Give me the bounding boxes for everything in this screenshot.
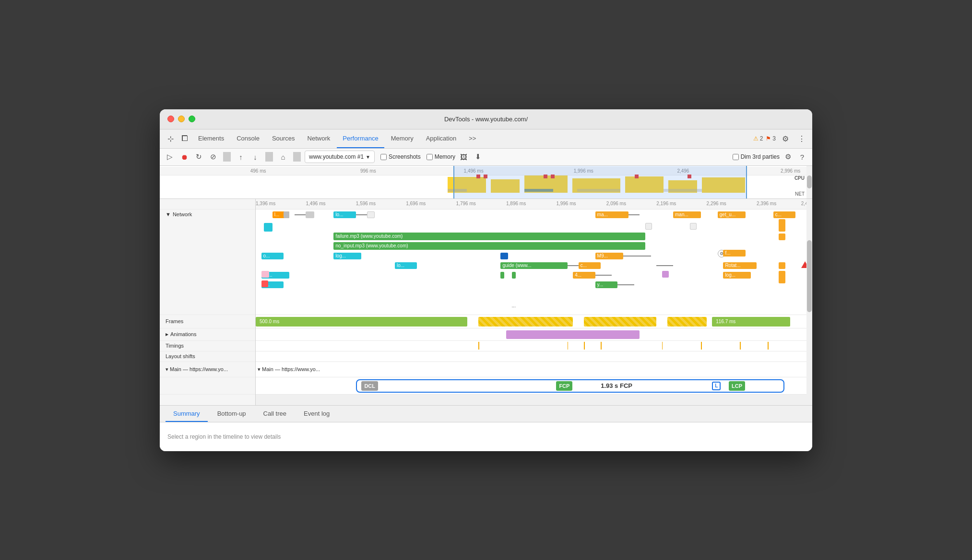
scrollbar-thumb-overview[interactable] <box>807 175 812 188</box>
network-triangle: ▼ <box>166 211 171 217</box>
tab-network[interactable]: Network <box>302 129 336 148</box>
scrollbar-overview[interactable] <box>806 166 812 198</box>
perf-settings-button[interactable]: ⚙ <box>782 151 794 163</box>
frames-bar-2[interactable] <box>478 317 573 327</box>
net-bar-c1[interactable]: c... <box>579 262 601 269</box>
net-bar-noinput[interactable]: no_input.mp3 (www.youtube.com) <box>333 242 645 250</box>
tab-console[interactable]: Console <box>231 129 265 148</box>
err-number: 3 <box>772 135 776 142</box>
net-bar-pink1[interactable] <box>261 271 269 278</box>
net-bar-log1[interactable]: log... <box>333 253 361 259</box>
main-thread-row[interactable]: ▾ Main — https://www.yo... <box>256 362 812 377</box>
net-bar-man[interactable]: man... <box>673 211 701 218</box>
net-bar-red1[interactable] <box>261 280 268 287</box>
net-bar-blue1[interactable] <box>500 253 508 259</box>
error-count[interactable]: ⚑ 3 <box>766 135 776 142</box>
lcp-label: LCP <box>732 383 742 389</box>
clear-button[interactable]: ⊘ <box>207 151 219 163</box>
maximize-button[interactable] <box>189 116 195 122</box>
tab-summary[interactable]: Summary <box>166 407 208 422</box>
fcp-badge[interactable]: FCP <box>556 381 572 391</box>
net-bar-yellow2[interactable] <box>779 219 785 232</box>
timing-mark-2 <box>568 342 569 350</box>
net-bar-o[interactable]: o... <box>261 253 284 259</box>
screenshot-icon-btn[interactable]: 🖼 <box>457 151 470 163</box>
tab-memory[interactable]: Memory <box>385 129 419 148</box>
warning-count[interactable]: ⚠ 2 <box>753 135 763 142</box>
tab-performance[interactable]: Performance <box>337 129 384 148</box>
net-bar-gray4[interactable] <box>645 223 652 230</box>
memory-detail-btn[interactable]: ⬇ <box>472 151 484 163</box>
more-options-icon[interactable]: ⋮ <box>795 132 808 145</box>
net-bar-getu[interactable]: get_u... <box>718 211 746 218</box>
tab-application[interactable]: Application <box>420 129 462 148</box>
dcl-badge[interactable]: DCL <box>361 381 378 391</box>
main-thread-label: ▾ Main — https://www.yo... <box>258 366 320 373</box>
net-bar-purple1[interactable] <box>662 271 669 278</box>
net-bar-c3[interactable]: c... <box>773 211 795 218</box>
net-bar-cyan-box[interactable] <box>264 223 273 232</box>
minimize-button[interactable] <box>178 116 185 122</box>
main-label-row[interactable]: ▾ Main — https://www.yo... <box>160 362 255 377</box>
close-button[interactable] <box>167 116 174 122</box>
lcp-l-badge[interactable]: L <box>712 382 721 390</box>
network-label-row[interactable]: ▼ Network <box>160 210 255 315</box>
net-bar-m9[interactable]: M9... <box>595 253 623 259</box>
scrollbar-thumb-main[interactable] <box>807 240 812 313</box>
frames-bar-5[interactable]: 116.7 ms <box>712 317 790 327</box>
net-bar-4b[interactable] <box>512 272 516 279</box>
record-button[interactable]: ⏺ <box>178 151 190 163</box>
inspect-icon[interactable]: ⊹ <box>164 132 177 145</box>
net-bar-ma[interactable]: ma... <box>595 211 629 218</box>
animations-label-row[interactable]: ▶ Animations <box>160 328 255 341</box>
net-bar-lo1[interactable]: lo... <box>333 211 356 218</box>
tab-more[interactable]: >> <box>463 129 482 148</box>
home-button[interactable]: ⌂ <box>277 151 289 163</box>
toggle-sidebar-button[interactable]: ▷ <box>164 151 176 163</box>
dim3rd-checkbox[interactable] <box>733 154 739 160</box>
net-bar-4txt[interactable]: 4... <box>573 272 595 279</box>
frames-bar-1[interactable]: 500.0 ms <box>256 317 467 327</box>
device-icon[interactable]: ⧠ <box>178 132 191 145</box>
reload-button[interactable]: ↻ <box>192 151 205 163</box>
net-bar-gray1[interactable] <box>284 211 289 218</box>
animations-bar[interactable] <box>506 330 640 339</box>
net-bar-yellow5[interactable] <box>779 271 785 283</box>
net-bar-y[interactable]: y... <box>595 281 617 288</box>
timings-row <box>256 341 812 351</box>
overview-tick-1: 496 ms <box>250 168 266 174</box>
memory-label: Memory <box>435 153 455 160</box>
net-bar-gray5[interactable] <box>690 223 697 230</box>
memory-checkbox[interactable] <box>427 154 433 160</box>
net-bar-log2[interactable]: log... <box>723 272 751 279</box>
frames-bar-4[interactable] <box>667 317 706 327</box>
tab-calltree[interactable]: Call tree <box>256 407 294 422</box>
tab-sources[interactable]: Sources <box>266 129 301 148</box>
lcp-badge[interactable]: LCP <box>729 381 745 391</box>
url-select[interactable]: www.youtube.com #1 ▼ <box>305 151 375 163</box>
tab-eventlog[interactable]: Event log <box>296 407 337 422</box>
net-bar-f[interactable]: f... <box>723 250 745 257</box>
net-bar-yellow3[interactable] <box>779 233 785 240</box>
net-bar-guide[interactable]: guide (www... <box>500 262 567 269</box>
net-bar-yellow4[interactable] <box>779 262 785 269</box>
selection-overlay[interactable] <box>453 166 747 198</box>
net-connector6 <box>295 214 306 215</box>
net-bar-lo2[interactable]: lo... <box>395 262 417 269</box>
tick-1: 1,496 ms <box>306 201 325 206</box>
frames-bar-3[interactable] <box>584 317 656 327</box>
net-bar-gray2[interactable] <box>306 211 314 218</box>
tab-elements[interactable]: Elements <box>192 129 230 148</box>
screenshots-checkbox[interactable] <box>380 154 387 160</box>
tick-8: 2,196 ms <box>656 201 676 206</box>
net-bar-gray3[interactable] <box>367 211 375 218</box>
perf-help-button[interactable]: ? <box>796 151 808 163</box>
net-bar-rotat[interactable]: Rotat... <box>723 262 757 269</box>
upload-button[interactable]: ↑ <box>235 151 247 163</box>
download-button[interactable]: ↓ <box>249 151 261 163</box>
settings-icon[interactable]: ⚙ <box>779 132 792 145</box>
net-bar-4[interactable] <box>500 272 504 279</box>
scrollbar-main[interactable] <box>806 199 812 405</box>
net-bar-failure[interactable]: failure.mp3 (www.youtube.com) <box>333 233 645 240</box>
tab-bottomup[interactable]: Bottom-up <box>210 407 254 422</box>
